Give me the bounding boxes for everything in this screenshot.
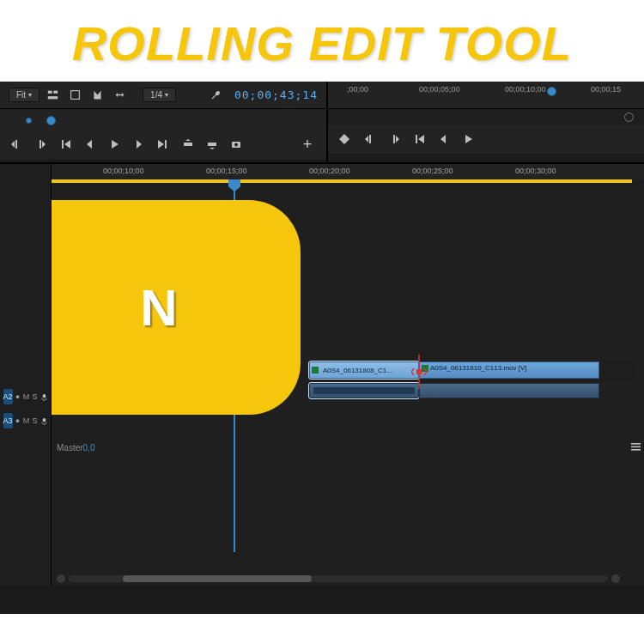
preview-toolbar: Fit ▾ 1/4 ▾ 00;00;43;14 [0,82,326,109]
marker-out-icon[interactable] [386,131,402,147]
marker-out-icon[interactable] [33,137,48,152]
svg-rect-3 [70,91,79,100]
video-clip-2[interactable]: A0S4_06131810_C113.mov [V] [419,361,599,379]
clip-thumb-icon [422,365,428,372]
clip-thumb-icon [312,367,319,374]
clip-label: A0S4_06131808_C1... [323,367,392,374]
scrubber-handle[interactable] [26,118,32,124]
scrollbar-handle-left[interactable] [57,574,65,583]
svg-rect-13 [631,449,641,451]
svg-rect-11 [631,443,641,445]
preview-ruler[interactable] [0,109,326,130]
audio-track-a1[interactable] [309,382,635,399]
mute-button[interactable]: M [23,391,30,403]
chevron-down-icon: ▾ [28,91,32,99]
record-icon[interactable]: ● [15,391,21,403]
arrows-icon[interactable] [110,86,129,105]
video-editor-ui: Fit ▾ 1/4 ▾ 00;00;43;14 [0,82,644,614]
record-icon[interactable]: ● [15,415,21,427]
mic-icon[interactable] [40,415,48,427]
ruler-label: 00;00;30;00 [515,167,556,175]
marker-in-icon[interactable] [362,131,378,147]
scrollbar-handle-right[interactable] [611,574,620,583]
hamburger-icon[interactable] [631,443,641,453]
extract-icon[interactable] [204,137,220,152]
preview-transport: + [0,130,326,159]
scale-label: 1/4 [150,90,162,100]
clip-container: A0S4_06131808_C1... A0S4_06131810_C113.m… [309,360,635,403]
svg-rect-4 [184,143,192,146]
svg-rect-5 [208,143,216,146]
lift-icon[interactable] [180,137,196,152]
audio-clip-1[interactable] [309,383,419,398]
playhead-handle[interactable] [46,116,56,125]
play-icon[interactable] [106,137,122,152]
video-track-v1[interactable]: A0S4_06131808_C1... A0S4_06131810_C113.m… [309,360,635,380]
svg-rect-2 [47,96,57,99]
wrench-icon[interactable] [207,86,226,105]
jump-end-icon[interactable] [155,137,170,152]
ruler-label: 00;00;15 [591,85,621,94]
play-icon[interactable] [460,131,476,147]
solo-button[interactable]: S [32,391,39,403]
ruler-label: 00;00;10;00 [103,167,144,175]
marker-circle-icon[interactable] [624,112,634,122]
mute-button[interactable]: M [23,415,30,427]
ruler-label: 00;00;05;00 [419,85,460,94]
solo-button[interactable]: S [32,415,39,427]
marker-row [328,109,644,125]
sequence-ruler[interactable]: ;00;00 00;00;05;00 00;00;10;00 00;00;15 [337,83,635,107]
track-headers: A2 ● M S A3 ● M S [0,164,52,586]
step-fwd-icon[interactable] [131,137,146,152]
clip-label: A0S4_06131810_C113.mov [V] [430,364,527,372]
fit-label: Fit [16,90,26,100]
track-chip[interactable]: A3 [3,413,13,428]
shortcut-badge: N [52,200,301,415]
work-area-bar[interactable] [52,179,632,183]
chevron-down-icon: ▾ [165,91,168,99]
scrollbar-thumb[interactable] [123,575,312,582]
shortcut-key-letter: N [140,278,177,337]
camera-icon[interactable] [228,137,244,152]
sequence-transport [328,125,644,154]
sequence-toolbar: ;00;00 00;00;05;00 00;00;10;00 00;00;15 [328,82,644,109]
marker-icon[interactable] [88,86,106,105]
scale-dropdown[interactable]: 1/4 ▾ [143,88,176,102]
scrollbar-track[interactable] [69,575,608,582]
horizontal-scrollbar[interactable] [57,574,620,583]
master-label: Master [57,443,83,453]
overlay-icon[interactable] [65,86,84,105]
mic-icon[interactable] [40,391,48,403]
svg-point-7 [234,143,238,147]
svg-rect-12 [631,447,641,448]
audio-track-a2-header[interactable]: A2 ● M S [3,387,48,406]
jump-start-icon[interactable] [412,131,428,147]
timeline-ruler[interactable]: 00;00;10;00 00;00;15;00 00;00;20;00 00;0… [52,164,644,179]
preview-timecode: 00;00;43;14 [234,88,318,101]
add-button[interactable]: + [297,134,318,155]
timeline-dual-icon[interactable] [43,86,62,105]
svg-rect-0 [47,91,52,94]
svg-rect-9 [42,417,46,422]
audio-track-a3-header[interactable]: A3 ● M S [3,411,48,430]
step-back-icon[interactable] [436,131,452,147]
video-clip-1[interactable]: A0S4_06131808_C1... [309,361,419,379]
ruler-label: 00;00;20;00 [309,167,350,175]
marker-in-icon[interactable] [9,137,24,152]
track-chip[interactable]: A2 [3,389,13,404]
page-title: ROLLING EDIT TOOL [0,15,644,71]
sequence-playhead-handle[interactable] [547,87,556,96]
svg-rect-1 [53,91,58,94]
diamond-icon[interactable] [337,131,352,147]
ruler-label: 00;00;10;00 [505,85,546,94]
step-back-icon[interactable] [82,137,98,152]
ruler-label: 00;00;15;00 [206,167,247,175]
master-row: Master 0,0 [53,438,644,458]
audio-clip-2[interactable] [419,383,599,398]
fit-dropdown[interactable]: Fit ▾ [9,88,39,102]
ruler-label: 00;00;25;00 [412,167,453,175]
svg-rect-8 [42,393,46,398]
timeline[interactable]: 00;00;10;00 00;00;15;00 00;00;20;00 00;0… [52,164,644,586]
master-value[interactable]: 0,0 [83,443,95,453]
jump-start-icon[interactable] [58,137,74,152]
